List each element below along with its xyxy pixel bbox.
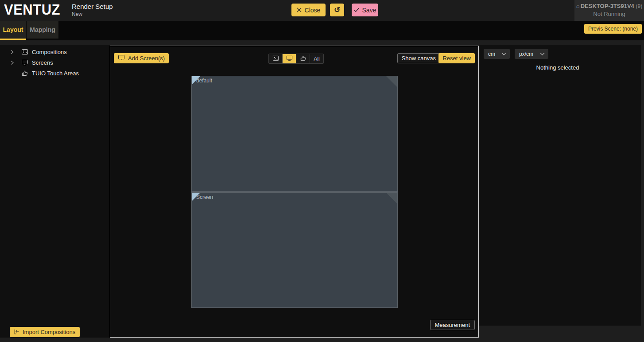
chevron-right-icon[interactable] [10, 60, 15, 65]
import-compositions-label: Import Compositions [23, 329, 75, 335]
chevron-right-icon[interactable] [10, 50, 15, 54]
layout-canvas[interactable]: Add Screen(s) All Sho [110, 46, 479, 338]
filter-all-label: All [314, 56, 319, 62]
image-icon [272, 55, 279, 63]
density-dropdown-value: px/cm [519, 51, 533, 57]
top-bar: VENTUZ Render Setup New Close ↺ Save ⌂DE… [0, 0, 644, 21]
check-icon [354, 8, 359, 12]
screen-name-label: Screen [196, 194, 213, 200]
chevron-down-icon [540, 51, 545, 57]
previs-scene-button[interactable]: Previs Scene: (none) [584, 24, 642, 34]
unit-dropdown-value: cm [488, 51, 495, 57]
show-canvas-button[interactable]: Show canvas [397, 53, 440, 63]
home-icon: ⌂ [576, 3, 580, 9]
image-icon [21, 48, 29, 55]
reset-view-label: Reset view [442, 55, 471, 62]
screen-corner-fold [386, 76, 397, 87]
tree-item-label: TUIO Touch Areas [32, 70, 79, 77]
host-name: DESKTOP-3TS91V4 [581, 3, 634, 9]
filter-touch-areas-toggle[interactable] [296, 54, 310, 63]
page-title: Render Setup [72, 2, 113, 11]
x-icon [297, 8, 302, 12]
monitor-icon [118, 54, 125, 62]
reset-view-button[interactable]: Reset view [438, 53, 475, 63]
ventuz-logo: VENTUZ [4, 2, 60, 19]
unit-dropdown[interactable]: cm [484, 49, 510, 59]
previs-scene-label: Previs Scene: (none) [588, 26, 638, 32]
layer-filter-group: All [268, 54, 324, 64]
tab-mapping[interactable]: Mapping [27, 21, 58, 39]
chevron-down-icon [501, 51, 506, 57]
filter-all-toggle[interactable]: All [310, 54, 323, 63]
document-name: New [72, 11, 113, 18]
layout-tree: Compositions Screens TUIO Touch Areas [0, 47, 110, 78]
measurement-label: Measurement [435, 322, 470, 328]
host-name-line: ⌂DESKTOP-3TS91V4 (9) [574, 2, 644, 10]
host-count: (9) [636, 3, 642, 9]
import-icon [13, 328, 20, 336]
add-screens-label: Add Screen(s) [128, 55, 165, 62]
screen-name-label: default [196, 78, 212, 84]
close-button[interactable]: Close [291, 4, 326, 16]
close-button-label: Close [305, 7, 321, 14]
tab-mapping-label: Mapping [30, 26, 55, 33]
tree-item-screens[interactable]: Screens [0, 57, 110, 68]
monitor-icon [21, 59, 29, 66]
import-compositions-button[interactable]: Import Compositions [10, 327, 80, 337]
density-dropdown[interactable]: px/cm [515, 49, 548, 59]
filter-compositions-toggle[interactable] [269, 54, 283, 63]
host-status-panel[interactable]: ⌂DESKTOP-3TS91V4 (9) Not Running [574, 0, 644, 21]
show-canvas-label: Show canvas [402, 55, 436, 62]
thumb-icon [21, 70, 29, 77]
tree-item-tuio-touch-areas[interactable]: TUIO Touch Areas [0, 68, 110, 78]
screen-corner-fold [386, 193, 397, 204]
inspector-background [479, 45, 641, 326]
tab-layout-label: Layout [3, 26, 23, 33]
render-setup-window: VENTUZ Render Setup New Close ↺ Save ⌂DE… [0, 0, 644, 342]
tab-layout[interactable]: Layout [0, 21, 26, 39]
save-button-label: Save [362, 7, 376, 14]
active-tab-indicator [0, 39, 26, 40]
save-button[interactable]: Save [352, 4, 378, 16]
inspector-empty-state: Nothing selected [513, 64, 602, 71]
host-status: Not Running [574, 10, 644, 18]
window-title-block: Render Setup New [72, 2, 113, 18]
reload-icon: ↺ [334, 5, 340, 15]
tree-item-compositions[interactable]: Compositions [0, 47, 110, 57]
monitor-icon [286, 55, 293, 63]
filter-screens-toggle[interactable] [283, 54, 296, 63]
tree-item-label: Compositions [32, 49, 67, 55]
thumb-icon [300, 55, 306, 63]
tree-item-label: Screens [32, 59, 53, 66]
screen-rect-default[interactable]: default [191, 76, 398, 192]
screen-rect-screen[interactable]: Screen [191, 192, 398, 308]
reload-button[interactable]: ↺ [330, 4, 344, 16]
add-screens-button[interactable]: Add Screen(s) [114, 53, 169, 63]
measurement-button[interactable]: Measurement [430, 320, 475, 330]
tab-bar: Layout Mapping Previs Scene: (none) [0, 21, 644, 40]
